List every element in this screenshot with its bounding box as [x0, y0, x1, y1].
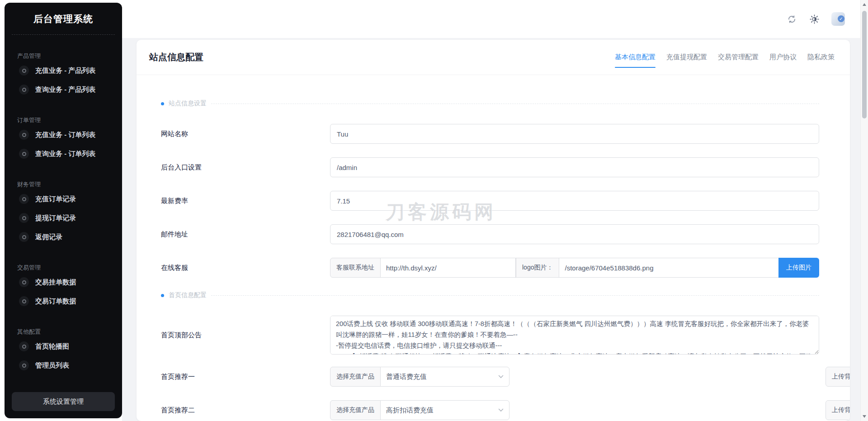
record-dot-icon — [19, 130, 29, 140]
record-dot-icon — [19, 149, 29, 159]
record-dot-icon — [19, 85, 29, 95]
record-dot-icon — [19, 341, 29, 351]
tab-privacy-policy[interactable]: 隐私政策 — [807, 53, 835, 61]
record-dot-icon — [19, 277, 29, 287]
tab-bar: 基本信息配置 充值提现配置 交易管理配置 用户协议 隐私政策 — [615, 53, 835, 61]
sidebar-item-label: 交易挂单数据 — [35, 278, 76, 287]
site-name-row: 网站名称 — [161, 124, 819, 144]
sidebar-item-label: 返佣记录 — [35, 233, 62, 241]
notice-textarea[interactable]: 200话费上线 仅收 移动联通 300移动联通高速！7-8折都高速！（（（石家庄… — [330, 316, 819, 355]
sidebar: 后台管理系统 产品管理 充值业务 - 产品列表 查询业务 - 产品列表 订单管理… — [5, 3, 122, 418]
logo-image-addon: logo图片： — [516, 258, 559, 278]
sidebar-item-label: 提现订单记录 — [35, 214, 76, 222]
refresh-icon[interactable] — [786, 14, 797, 24]
scroll-down-icon[interactable] — [861, 413, 868, 420]
record-dot-icon — [19, 232, 29, 242]
page-title: 站点信息配置 — [149, 51, 203, 63]
home-rec1-row: 首页推荐一 选择充值产品 普通话费充值 上传背景图片： 上传图片 — [161, 367, 819, 387]
home-notice-row: 首页顶部公告 200话费上线 仅收 移动联通 300移动联通高速！7-8折都高速… — [161, 316, 819, 355]
sidebar-item-recharge-records[interactable]: 充值订单记录 — [5, 189, 122, 208]
section-dashed-line — [211, 295, 819, 296]
tab-basic-info[interactable]: 基本信息配置 — [615, 53, 656, 61]
upload-logo-button[interactable]: 上传图片 — [778, 258, 819, 278]
email-label: 邮件地址 — [161, 230, 330, 239]
rec1-product-select[interactable]: 普通话费充值 — [380, 367, 509, 387]
page-scrollbar[interactable] — [860, 0, 868, 421]
sidebar-item-label: 充值订单记录 — [35, 195, 76, 203]
admin-entry-input[interactable] — [330, 157, 819, 177]
sidebar-item-label: 充值业务 - 订单列表 — [35, 131, 95, 139]
sidebar-item-label: 管理员列表 — [35, 361, 69, 370]
sidebar-item-label: 查询业务 - 产品列表 — [35, 85, 95, 94]
topbar: ✓ — [122, 0, 860, 38]
latest-rate-input[interactable] — [330, 191, 819, 211]
latest-rate-row: 最新费率 — [161, 191, 819, 211]
tab-recharge-withdraw[interactable]: 充值提现配置 — [666, 53, 707, 61]
tab-user-agreement[interactable]: 用户协议 — [769, 53, 797, 61]
upload-bg-addon: 上传背景图片： — [826, 400, 850, 420]
section-home-info: 首页信息配置 — [161, 291, 819, 299]
sidebar-item-admin-list[interactable]: 管理员列表 — [5, 356, 122, 375]
upload-bg-addon: 上传背景图片： — [826, 367, 850, 387]
check-icon: ✓ — [838, 15, 844, 22]
home-rec1-label: 首页推荐一 — [161, 373, 330, 381]
admin-entry-row: 后台入口设置 — [161, 157, 819, 177]
form-body: 站点信息设置 网站名称 后台入口设置 最新费率 — [137, 99, 850, 421]
app-title: 后台管理系统 — [5, 13, 122, 25]
sidebar-item-query-orders[interactable]: 查询业务 - 订单列表 — [5, 144, 122, 163]
email-row: 邮件地址 — [161, 224, 819, 244]
record-dot-icon — [19, 360, 29, 370]
online-service-row: 在线客服 客服联系地址 logo图片： 上传图片 — [161, 258, 819, 278]
section-label: 首页信息配置 — [169, 291, 207, 299]
scroll-up-icon[interactable] — [861, 1, 868, 8]
email-input[interactable] — [330, 224, 819, 244]
rec2-product-select[interactable]: 高折扣话费充值 — [380, 400, 509, 420]
rec2-product-value: 高折扣话费充值 — [386, 406, 434, 415]
sidebar-item-home-carousel[interactable]: 首页轮播图 — [5, 337, 122, 356]
latest-rate-label: 最新费率 — [161, 197, 330, 205]
sidebar-section-trade: 交易管理 — [17, 264, 122, 272]
service-url-addon: 客服联系地址 — [330, 258, 381, 278]
logo-path-input[interactable] — [559, 258, 779, 278]
chevron-down-icon — [498, 375, 504, 378]
home-rec2-row: 首页推荐二 选择充值产品 高折扣话费充值 上传背景图片： 上传图片 — [161, 400, 819, 420]
content-card: 站点信息配置 基本信息配置 充值提现配置 交易管理配置 用户协议 隐私政策 站点… — [137, 40, 850, 421]
sidebar-item-query-products[interactable]: 查询业务 - 产品列表 — [5, 80, 122, 99]
section-dashed-line — [211, 104, 819, 104]
home-notice-label: 首页顶部公告 — [161, 331, 330, 340]
sidebar-item-rebate-records[interactable]: 返佣记录 — [5, 227, 122, 246]
sidebar-section-products: 产品管理 — [17, 52, 122, 60]
section-site-info: 站点信息设置 — [161, 99, 819, 108]
rec1-product-value: 普通话费充值 — [386, 373, 427, 381]
sidebar-section-finance: 财务管理 — [17, 180, 122, 189]
sidebar-section-other: 其他配置 — [17, 328, 122, 336]
home-rec2-label: 首页推荐二 — [161, 406, 330, 415]
section-label: 站点信息设置 — [169, 99, 207, 108]
sidebar-item-label: 交易订单数据 — [35, 297, 76, 306]
system-settings-button[interactable]: 系统设置管理 — [12, 392, 115, 411]
record-dot-icon — [19, 213, 29, 223]
theme-icon[interactable] — [809, 14, 820, 24]
scrollbar-thumb[interactable] — [862, 11, 867, 118]
sidebar-item-recharge-orders[interactable]: 充值业务 - 订单列表 — [5, 125, 122, 144]
admin-entry-label: 后台入口设置 — [161, 163, 330, 172]
sidebar-item-label: 充值业务 - 产品列表 — [35, 66, 95, 75]
record-dot-icon — [19, 66, 29, 76]
sidebar-item-withdraw-records[interactable]: 提现订单记录 — [5, 208, 122, 227]
avatar[interactable]: ✓ — [831, 12, 845, 26]
tab-trade-manage[interactable]: 交易管理配置 — [718, 53, 759, 61]
site-name-label: 网站名称 — [161, 130, 330, 138]
select-product-addon: 选择充值产品 — [330, 367, 381, 387]
chevron-down-icon — [498, 408, 504, 412]
sidebar-item-recharge-products[interactable]: 充值业务 - 产品列表 — [5, 61, 122, 80]
online-service-label: 在线客服 — [161, 264, 330, 272]
sidebar-section-orders: 订单管理 — [17, 116, 122, 124]
main-area: ✓ 站点信息配置 基本信息配置 充值提现配置 交易管理配置 用户协议 隐私政策 … — [122, 0, 860, 421]
service-url-input[interactable] — [380, 258, 516, 278]
sidebar-item-trade-orders[interactable]: 交易订单数据 — [5, 292, 122, 311]
section-dot-icon — [161, 294, 164, 297]
select-product-addon: 选择充值产品 — [330, 400, 381, 420]
site-name-input[interactable] — [330, 124, 819, 144]
sidebar-item-trade-pending[interactable]: 交易挂单数据 — [5, 273, 122, 292]
record-dot-icon — [19, 194, 29, 204]
